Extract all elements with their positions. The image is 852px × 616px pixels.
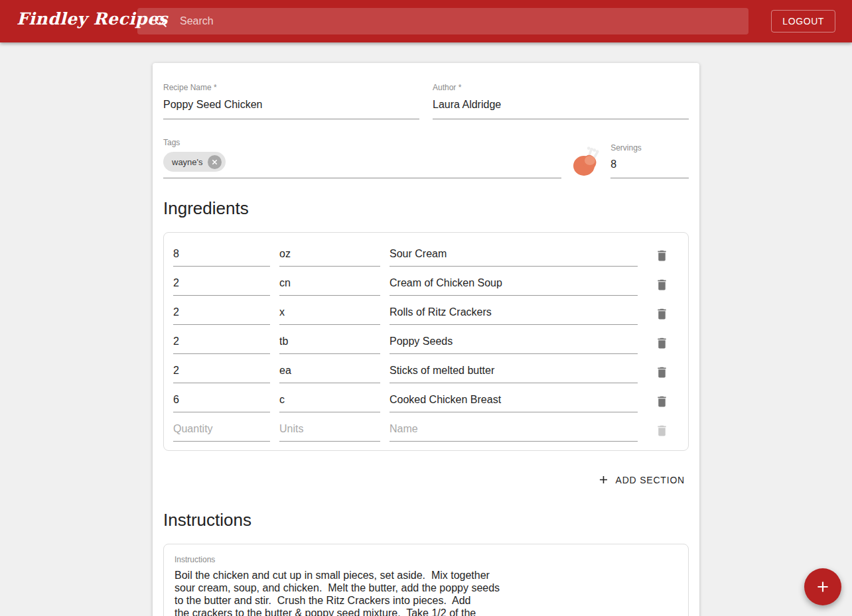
app-header: Findley Recipes LOGOUT	[0, 0, 852, 42]
author-field: Author *	[433, 83, 689, 119]
delete-ingredient-button[interactable]	[648, 242, 675, 269]
ingredient-units-input[interactable]	[279, 420, 380, 442]
ingredient-rows	[173, 241, 675, 445]
ingredient-units-input[interactable]	[279, 303, 380, 325]
ingredient-units-input[interactable]	[279, 332, 380, 354]
trash-icon	[655, 424, 669, 438]
ingredient-quantity-input[interactable]	[173, 245, 270, 267]
recipe-meta-row: Recipe Name * Author *	[163, 83, 689, 119]
ingredient-quantity-input[interactable]	[173, 303, 270, 325]
tags-input[interactable]	[231, 156, 562, 167]
ingredient-row	[173, 299, 675, 328]
ingredient-row	[173, 270, 675, 299]
trash-icon	[655, 307, 669, 321]
servings-field: Servings	[610, 143, 689, 178]
ingredient-units-input[interactable]	[279, 274, 380, 296]
add-icon	[597, 473, 610, 486]
add-section-label: ADD SECTION	[616, 475, 685, 485]
logout-button[interactable]: LOGOUT	[771, 10, 835, 32]
servings-input[interactable]	[610, 153, 689, 178]
tag-remove-button[interactable]	[208, 155, 222, 169]
ingredient-row	[173, 241, 675, 270]
ingredient-row	[173, 387, 675, 416]
ingredient-quantity-input[interactable]	[173, 420, 270, 442]
instructions-heading: Instructions	[163, 510, 689, 530]
recipe-name-input[interactable]	[163, 92, 419, 119]
search-bar[interactable]	[137, 8, 748, 34]
delete-ingredient-button[interactable]	[648, 388, 675, 414]
ingredient-units-input[interactable]	[279, 361, 380, 383]
delete-ingredient-button[interactable]	[648, 271, 675, 298]
tags-field: Tags wayne's	[163, 138, 561, 178]
servings-label: Servings	[610, 143, 689, 153]
ingredient-name-input[interactable]	[390, 391, 638, 412]
delete-ingredient-button[interactable]	[648, 300, 675, 327]
tags-servings-row: Tags wayne's	[163, 138, 689, 178]
ingredient-row	[173, 328, 675, 357]
ingredient-quantity-input[interactable]	[173, 274, 270, 296]
tag-chip: wayne's	[163, 152, 226, 172]
ingredient-quantity-input[interactable]	[173, 332, 270, 354]
trash-icon	[655, 249, 669, 263]
delete-ingredient-button[interactable]	[648, 330, 675, 356]
ingredient-name-input[interactable]	[390, 245, 638, 267]
add-section-row: ADD SECTION	[163, 468, 689, 491]
trash-icon	[655, 278, 669, 292]
recipe-name-label: Recipe Name *	[163, 83, 419, 92]
ingredient-name-input[interactable]	[390, 361, 638, 383]
trash-icon	[655, 365, 669, 379]
ingredient-row	[173, 416, 675, 445]
trash-icon	[655, 395, 669, 408]
author-label: Author *	[433, 83, 689, 92]
ingredients-card	[163, 232, 689, 451]
recipe-card: Recipe Name * Author * Tags wayne's	[153, 63, 699, 616]
add-recipe-fab[interactable]	[804, 568, 841, 605]
instructions-label: Instructions	[175, 555, 677, 564]
plus-icon	[814, 578, 831, 595]
ingredient-name-input[interactable]	[390, 420, 638, 442]
author-input[interactable]	[433, 92, 689, 119]
tag-chip-label: wayne's	[172, 157, 203, 167]
ingredient-quantity-input[interactable]	[173, 361, 270, 383]
close-icon	[211, 158, 218, 166]
search-input[interactable]	[180, 15, 741, 27]
ingredient-units-input[interactable]	[279, 391, 380, 412]
delete-ingredient-button[interactable]	[648, 359, 675, 385]
instructions-card: Instructions Boil the chicken and cut up…	[163, 544, 689, 616]
tags-label: Tags	[163, 138, 561, 147]
ingredient-name-input[interactable]	[390, 274, 638, 296]
add-section-button[interactable]: ADD SECTION	[593, 468, 689, 491]
ingredient-row	[173, 357, 675, 387]
ingredient-name-input[interactable]	[390, 303, 638, 325]
ingredient-name-input[interactable]	[390, 332, 638, 354]
search-icon	[137, 14, 168, 29]
recipe-name-field: Recipe Name *	[163, 83, 419, 119]
chicken-icon	[571, 145, 601, 182]
ingredients-heading: Ingredients	[163, 198, 689, 219]
tag-chip-list[interactable]: wayne's	[163, 147, 561, 178]
ingredient-units-input[interactable]	[279, 245, 380, 267]
instructions-textarea[interactable]: Boil the chicken and cut up in small pie…	[175, 569, 546, 616]
ingredient-quantity-input[interactable]	[173, 391, 270, 412]
trash-icon	[655, 336, 669, 350]
delete-ingredient-button[interactable]	[648, 417, 675, 444]
